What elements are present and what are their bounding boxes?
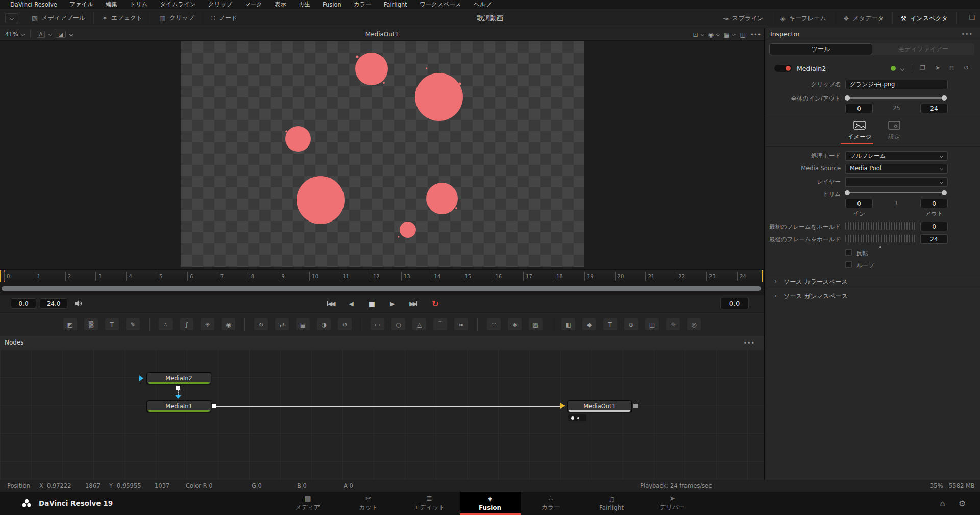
toolbox-tool[interactable]: ◆ (582, 318, 596, 330)
hold-last-scrubber[interactable] (845, 235, 916, 242)
step-back-button[interactable]: ◀ (349, 300, 353, 307)
menu-item[interactable]: 編集 (100, 1, 124, 8)
range-out-field[interactable] (40, 298, 67, 309)
tab-settings[interactable]: 設定 (876, 121, 912, 141)
node-output-connector[interactable] (176, 386, 180, 390)
section-source-colorspace[interactable]: ソース カラースペース (783, 278, 848, 286)
panel-toggle-button[interactable]: ▧メディアプール (23, 12, 93, 24)
play-button[interactable]: ▶ (390, 300, 395, 307)
menu-item[interactable]: タイムライン (154, 1, 202, 8)
go-last-frame-button[interactable]: ▶▶ (409, 300, 416, 307)
toolbox-tool[interactable]: ◧ (561, 318, 575, 330)
viewer-tool-button[interactable]: ▦ (724, 31, 735, 38)
tab-image[interactable]: イメージ (842, 121, 877, 141)
viewer-tool-button[interactable]: ⊡ (693, 31, 704, 38)
toolbox-tool[interactable]: ∴ (159, 318, 173, 330)
node-enable-toggle[interactable] (774, 65, 792, 72)
panel-toggle-button[interactable]: ❖メタデータ (835, 12, 893, 24)
zoom-level-select[interactable]: 41% (5, 31, 24, 38)
toolbox-tool[interactable]: ▒ (84, 318, 98, 330)
slider-handle[interactable] (942, 95, 947, 101)
global-in-field[interactable] (845, 104, 873, 113)
menu-item[interactable]: Fairlight (378, 1, 413, 8)
node-mediain2[interactable]: MediaIn2 (146, 372, 211, 384)
menu-item[interactable]: ワークスペース (413, 1, 468, 8)
toolbox-tool[interactable]: ☼ (666, 318, 680, 330)
page-button[interactable]: ≣ エディット (399, 492, 460, 515)
panel-toggle-button[interactable]: ↝スプライン (715, 12, 772, 24)
viewer-canvas[interactable] (0, 41, 764, 269)
node-output-connector[interactable] (212, 404, 216, 408)
lock-icon[interactable]: ⊓ (949, 64, 954, 71)
viewer-1-dot[interactable] (571, 416, 574, 420)
hold-first-scrubber[interactable] (845, 222, 916, 230)
clip-name-field[interactable] (845, 80, 948, 89)
menu-item[interactable]: 再生 (292, 1, 316, 8)
page-button[interactable]: ✶ Fusion (460, 492, 521, 515)
toolbox-tool[interactable]: ▤ (296, 318, 310, 330)
page-button[interactable]: ➤ デリバー (642, 492, 703, 515)
nodes-options-icon[interactable]: ••• (744, 339, 755, 346)
panel-toggle-button[interactable]: ⚒インスペクタ (893, 12, 957, 24)
toolbox-tool[interactable]: ≈ (454, 318, 468, 330)
layer-select[interactable] (845, 177, 948, 187)
node-mediain1[interactable]: MediaIn1 (146, 400, 211, 412)
audio-mute-icon[interactable] (75, 300, 83, 309)
reset-icon[interactable]: ↺ (964, 64, 969, 71)
toolbox-tool[interactable]: ⌒ (433, 318, 447, 330)
toolbox-tool[interactable]: ∗ (508, 318, 522, 330)
toolbox-tool[interactable]: ○ (391, 318, 405, 330)
toolbox-tool[interactable]: ◎ (687, 318, 701, 330)
media-source-select[interactable]: Media Pool (845, 164, 948, 174)
toolbox-tool[interactable]: ◫ (645, 318, 659, 330)
page-button[interactable]: ♫ Fairlight (581, 492, 642, 515)
page-button[interactable]: ∴ カラー (521, 492, 581, 515)
page-button[interactable]: ✂ カット (338, 492, 399, 515)
reverse-checkbox[interactable] (845, 249, 852, 256)
toolbox-tool[interactable]: ◉ (222, 318, 235, 330)
toolbox-tool[interactable]: ▭ (371, 318, 384, 330)
inspector-options-icon[interactable]: ••• (962, 31, 973, 37)
horizontal-scrollbar[interactable] (2, 286, 761, 291)
menu-item[interactable]: Fusion (316, 1, 348, 8)
viewer-assign-badge[interactable] (568, 414, 586, 421)
toolbox-tool[interactable]: ▨ (529, 318, 543, 330)
section-source-gamma[interactable]: ソース ガンマスペース (783, 292, 848, 301)
hold-last-field[interactable] (920, 234, 948, 244)
hold-first-field[interactable] (920, 222, 948, 231)
global-in-out-slider[interactable] (846, 97, 946, 99)
loop-checkbox[interactable] (845, 261, 852, 268)
buffer-a-button[interactable]: A (37, 31, 45, 38)
toolbox-tool[interactable]: ◩ (63, 318, 77, 330)
node-graph-canvas[interactable]: MediaIn2 MediaIn1 MediaOut1 (0, 349, 764, 480)
timeline-ruler[interactable]: 0123456789101112131415161718192021222324 (0, 269, 764, 282)
slider-handle[interactable] (845, 95, 850, 101)
toolbox-tool[interactable]: ∫ (180, 318, 193, 330)
viewer-tool-button[interactable]: ••• (750, 31, 761, 38)
layout-toggle-icon[interactable]: ❏ (969, 14, 975, 21)
menu-item[interactable]: DaVinci Resolve (4, 1, 63, 8)
toolbox-tool[interactable]: △ (412, 318, 426, 330)
trim-out-field[interactable] (920, 199, 948, 208)
stop-button[interactable]: ■ (369, 300, 375, 308)
toolbox-tool[interactable]: ↺ (338, 318, 352, 330)
home-icon[interactable]: ⌂ (940, 499, 945, 508)
menu-item[interactable]: ファイル (63, 1, 100, 8)
process-mode-select[interactable]: フルフレーム (845, 151, 948, 161)
toolbox-tool[interactable]: T (105, 318, 119, 330)
page-button[interactable]: ▤ メディア (278, 492, 338, 515)
pin-icon[interactable]: ➤ (935, 64, 940, 71)
range-in-field[interactable] (11, 298, 36, 309)
node-tile-color-dot[interactable] (891, 66, 896, 71)
node-output-connector[interactable] (633, 404, 638, 408)
current-frame-field[interactable] (720, 298, 749, 309)
toolbox-tool[interactable]: ✎ (126, 318, 140, 330)
menu-item[interactable]: 表示 (268, 1, 292, 8)
viewer-2-dot[interactable] (577, 417, 579, 419)
menu-item[interactable]: マーク (238, 1, 268, 8)
loop-button[interactable]: ↻ (432, 300, 439, 308)
panel-toggle-button[interactable]: ◈キーフレーム (772, 12, 835, 24)
toolbox-tool[interactable]: ☀ (201, 318, 214, 330)
tab-tools[interactable]: ツール (769, 43, 872, 55)
node-mediaout1[interactable]: MediaOut1 (567, 400, 632, 412)
